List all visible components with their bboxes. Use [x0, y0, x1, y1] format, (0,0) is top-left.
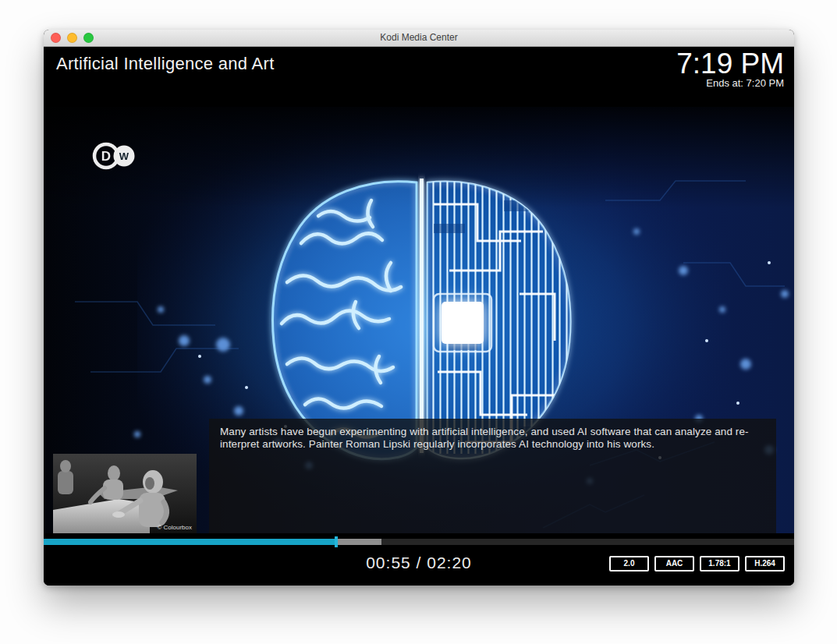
- player-bottom-bar: 00:55 / 02:20 2.0 AAC 1.78:1 H.264: [44, 533, 794, 586]
- dw-channel-logo-icon: D W: [89, 136, 137, 175]
- preview-thumbnail: © Colourbox: [53, 454, 197, 533]
- window-title: Kodi Media Center: [44, 30, 794, 46]
- video-canvas[interactable]: D W Many artists have begun experimentin…: [44, 107, 794, 533]
- kodi-window: Kodi Media Center Artificial Intelligenc…: [44, 30, 794, 586]
- audio-codec-badge: AAC: [654, 556, 694, 571]
- description-text: Many artists have begun experimenting wi…: [220, 426, 765, 451]
- video-title: Artificial Intelligence and Art: [56, 54, 275, 74]
- audio-channels-badge: 2.0: [609, 556, 649, 571]
- minimize-button[interactable]: [67, 33, 77, 43]
- time-display: 00:55 / 02:20: [366, 554, 472, 572]
- close-button[interactable]: [51, 33, 61, 43]
- osd-top-band: Artificial Intelligence and Art 7:19 PM …: [44, 47, 794, 107]
- titlebar: Kodi Media Center: [44, 30, 794, 47]
- dw-logo-w: W: [119, 150, 129, 162]
- playhead[interactable]: [335, 536, 338, 547]
- aspect-ratio-badge: 1.78:1: [700, 556, 739, 571]
- progress-fill: [44, 539, 336, 545]
- video-codec-badge: H.264: [745, 556, 785, 571]
- zoom-button[interactable]: [83, 33, 94, 43]
- thumbnail-watermark: © Colourbox: [157, 524, 192, 531]
- dw-logo-d: D: [101, 149, 111, 164]
- stream-flags: 2.0 AAC 1.78:1 H.264: [609, 556, 785, 571]
- clock: 7:19 PM: [676, 48, 784, 80]
- clock-block: 7:19 PM Ends at: 7:20 PM: [676, 48, 784, 88]
- description-panel: Many artists have begun experimenting wi…: [209, 419, 776, 533]
- seek-bar[interactable]: [44, 539, 794, 545]
